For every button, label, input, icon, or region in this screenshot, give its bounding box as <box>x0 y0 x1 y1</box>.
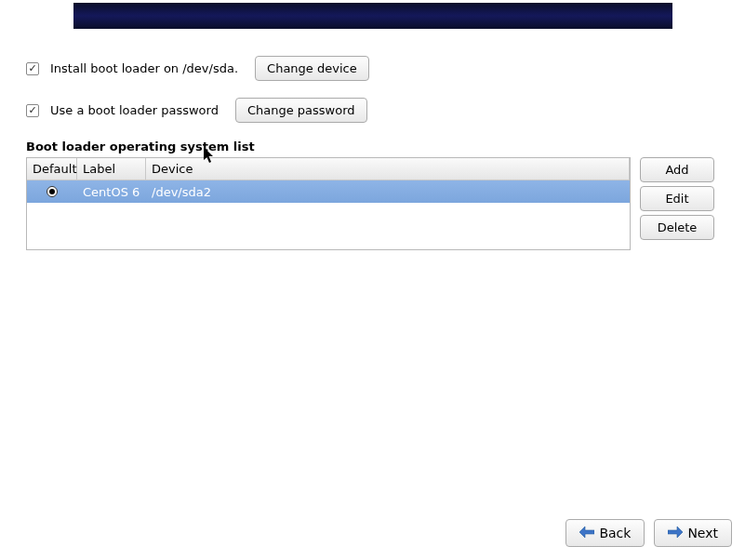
change-device-button[interactable]: Change device <box>255 56 369 81</box>
banner-bar <box>73 3 672 29</box>
back-button[interactable]: Back <box>565 519 645 547</box>
next-button-label: Next <box>687 526 718 540</box>
install-bootloader-label: Install boot loader on /dev/sda. <box>50 61 238 75</box>
header-default[interactable]: Default <box>27 158 77 180</box>
arrow-left-icon <box>579 526 594 540</box>
add-button-label: Add <box>665 163 688 177</box>
header-label[interactable]: Label <box>77 158 146 180</box>
use-password-label: Use a boot loader password <box>50 103 219 117</box>
table-row[interactable]: CentOS 6 /dev/sda2 <box>27 180 630 203</box>
nav-buttons: Back Next <box>565 519 732 547</box>
use-password-checkbox[interactable] <box>26 104 39 117</box>
next-button[interactable]: Next <box>654 519 732 547</box>
install-bootloader-row: Install boot loader on /dev/sda. Change … <box>26 56 719 81</box>
change-password-button[interactable]: Change password <box>235 98 367 123</box>
header-device[interactable]: Device <box>146 158 630 180</box>
change-device-button-label: Change device <box>267 61 357 75</box>
edit-button[interactable]: Edit <box>640 186 714 211</box>
delete-button[interactable]: Delete <box>640 215 714 240</box>
arrow-right-icon <box>668 526 683 540</box>
row-default-cell[interactable] <box>27 183 77 200</box>
row-device-cell: /dev/sda2 <box>146 182 630 202</box>
use-password-row: Use a boot loader password Change passwo… <box>26 98 719 123</box>
edit-button-label: Edit <box>665 192 688 206</box>
default-os-radio[interactable] <box>47 186 58 197</box>
add-button[interactable]: Add <box>640 157 714 182</box>
row-label-cell: CentOS 6 <box>77 182 146 202</box>
main-content: Install boot loader on /dev/sda. Change … <box>26 56 719 250</box>
os-list-area: Default Label Device CentOS 6 /dev/sda2 … <box>26 157 719 250</box>
install-bootloader-checkbox[interactable] <box>26 62 39 75</box>
side-buttons: Add Edit Delete <box>640 157 714 240</box>
os-list-title: Boot loader operating system list <box>26 140 719 153</box>
os-list-table[interactable]: Default Label Device CentOS 6 /dev/sda2 <box>26 157 631 250</box>
back-button-label: Back <box>599 526 631 540</box>
os-list-header: Default Label Device <box>27 158 630 180</box>
change-password-button-label: Change password <box>247 103 355 117</box>
delete-button-label: Delete <box>658 220 698 234</box>
